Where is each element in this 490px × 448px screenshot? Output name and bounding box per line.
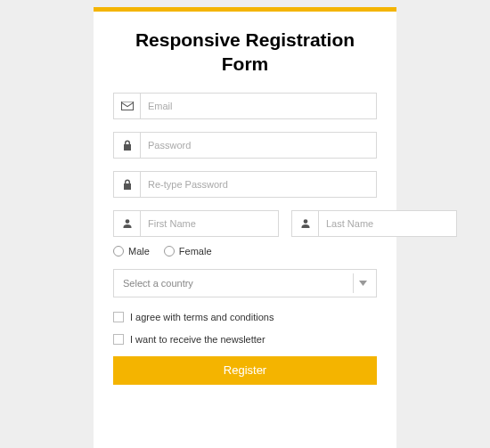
first-name-input[interactable]: [141, 211, 278, 236]
radio-icon: [113, 246, 124, 257]
registration-form-card: Responsive Registration Form: [94, 7, 396, 448]
radio-icon: [164, 246, 175, 257]
last-name-field-wrapper: [291, 210, 457, 237]
repassword-input[interactable]: [141, 172, 376, 197]
lock-icon: [114, 133, 141, 158]
user-icon: [292, 211, 319, 236]
terms-checkbox[interactable]: I agree with terms and conditions: [113, 312, 377, 322]
terms-label: I agree with terms and conditions: [130, 312, 274, 322]
female-radio[interactable]: Female: [164, 246, 212, 257]
repassword-field-wrapper: [113, 171, 377, 198]
user-icon: [114, 211, 141, 236]
newsletter-checkbox[interactable]: I want to receive the newsletter: [113, 334, 377, 345]
last-name-input[interactable]: [319, 211, 456, 236]
checkbox-icon: [113, 334, 124, 345]
male-label: Male: [128, 246, 150, 257]
password-field-wrapper: [113, 132, 377, 159]
chevron-down-icon: [353, 273, 372, 293]
password-input[interactable]: [141, 133, 376, 158]
country-placeholder: Select a country: [123, 278, 193, 289]
checkbox-icon: [113, 312, 124, 322]
name-row: [113, 210, 377, 237]
female-label: Female: [179, 246, 212, 257]
form-title: Responsive Registration Form: [113, 28, 377, 77]
envelope-icon: [114, 94, 141, 118]
gender-radio-group: Male Female: [113, 246, 377, 257]
register-button[interactable]: Register: [113, 356, 377, 385]
country-select[interactable]: Select a country: [113, 269, 377, 297]
first-name-field-wrapper: [113, 210, 279, 237]
email-input[interactable]: [141, 94, 376, 118]
email-field-wrapper: [113, 93, 377, 119]
lock-icon: [114, 172, 141, 197]
newsletter-label: I want to receive the newsletter: [130, 334, 265, 345]
male-radio[interactable]: Male: [113, 246, 150, 257]
